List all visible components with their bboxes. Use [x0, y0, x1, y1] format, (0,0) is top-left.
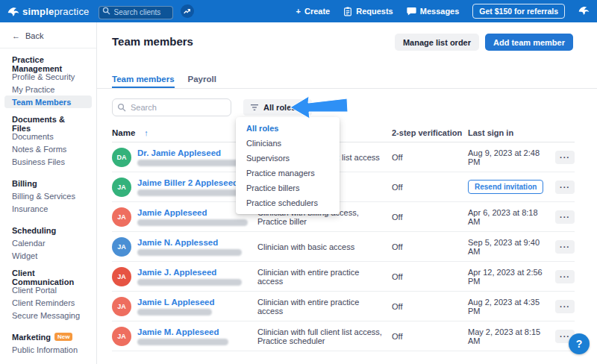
sidebar-section: Documents & FilesDocumentsNotes & FormsB… — [0, 117, 96, 168]
row-actions-button[interactable]: ··· — [555, 240, 575, 254]
avatar: JA — [112, 267, 131, 286]
sidebar-item-billing-services[interactable]: Billing & Services — [0, 189, 96, 202]
sidebar-item-calendar[interactable]: Calendar — [0, 236, 96, 249]
requests-button[interactable]: Requests — [343, 7, 393, 16]
messages-icon — [407, 7, 416, 16]
avatar: JA — [112, 178, 131, 197]
sidebar-item-widget[interactable]: Widget — [0, 249, 96, 262]
member-name-link[interactable]: Jamie N. Applessed — [137, 238, 242, 247]
sidebar-section: SchedulingCalendarWidget — [0, 224, 96, 262]
roles-dropdown-menu: All rolesCliniciansSupervisorsPractice m… — [236, 117, 340, 214]
redacted-email — [137, 189, 242, 196]
row-actions-button[interactable]: ··· — [555, 210, 575, 224]
sidebar-item-notes-forms[interactable]: Notes & Forms — [0, 142, 96, 155]
tab-bar: Team membersPayroll — [97, 75, 597, 89]
last-sign-in-column-header: Last sign in — [468, 128, 548, 137]
messages-button[interactable]: Messages — [407, 7, 460, 16]
client-search — [99, 4, 173, 18]
trend-icon — [183, 7, 191, 16]
member-info: Jamie N. Applessed — [137, 238, 242, 256]
table-row: JAJamie AppleseedClinician with billing … — [112, 202, 575, 232]
member-cell: JAJamie J. Appleseed — [112, 267, 257, 286]
row-actions-button[interactable]: ··· — [555, 181, 575, 194]
redacted-email — [137, 309, 212, 316]
sidebar-section: MarketingNewPublic Information — [0, 330, 96, 356]
member-info: Jaime Biller 2 Appleseed — [137, 178, 242, 196]
brand-logo[interactable]: simplepractice — [7, 6, 90, 17]
dropdown-item-practice-schedulers[interactable]: Practice schedulers — [236, 195, 340, 210]
create-button[interactable]: + Create — [296, 7, 331, 16]
analytics-button[interactable] — [181, 4, 194, 18]
sidebar-section-header: Client Communication — [0, 271, 96, 283]
tab-team-members[interactable]: Team members — [112, 75, 175, 88]
member-name-link[interactable]: Jaime Biller 2 Appleseed — [137, 178, 242, 187]
manage-list-order-button[interactable]: Manage list order — [395, 34, 479, 51]
last-sign-in: Aug 2, 2023 at 4:35 PM — [468, 298, 548, 316]
sidebar-item-secure-messaging[interactable]: Secure Messaging — [0, 309, 96, 321]
dropdown-item-practice-billers[interactable]: Practice billers — [236, 181, 340, 195]
referral-button[interactable]: Get $150 for referrals — [472, 4, 565, 19]
name-column-header[interactable]: Name — [112, 128, 135, 137]
back-button[interactable]: ← Back — [0, 22, 96, 48]
chevron-up-icon: ▲ — [300, 105, 305, 110]
member-role: Clinician with entire practice access — [257, 298, 392, 316]
verification-status: Off — [392, 302, 468, 311]
help-button[interactable]: ? — [569, 333, 590, 354]
add-team-member-button[interactable]: Add team member — [485, 34, 573, 51]
sidebar-item-business-files[interactable]: Business Files — [0, 155, 96, 168]
sidebar-item-insurance[interactable]: Insurance — [0, 202, 96, 215]
member-info: Dr. Jamie Appleseed — [137, 148, 242, 166]
row-actions-button[interactable]: ··· — [555, 151, 575, 164]
table-row: JAJaime Biller 2 AppleseedOffResend invi… — [112, 172, 575, 202]
sidebar-section-title: Scheduling — [12, 226, 56, 235]
member-name-link[interactable]: Dr. Jamie Appleseed — [137, 148, 242, 157]
sidebar-section-header: Documents & Files — [0, 117, 96, 130]
sidebar-item-my-practice[interactable]: My Practice — [0, 83, 96, 95]
member-name-link[interactable]: Jamie M. Appleseed — [137, 327, 228, 336]
tab-payroll[interactable]: Payroll — [188, 75, 216, 88]
sidebar-item-client-reminders[interactable]: Client Reminders — [0, 296, 96, 309]
sidebar-section-title: Practice Management — [12, 55, 84, 73]
brand-text: simplepractice — [22, 6, 90, 17]
dropdown-item-all-roles[interactable]: All roles — [236, 121, 340, 136]
member-name-link[interactable]: Jamie J. Appleseed — [137, 268, 242, 277]
mascot-bird-icon[interactable] — [578, 4, 590, 18]
last-sign-in: Aug 9, 2023 at 2:48 PM — [468, 148, 548, 166]
sort-ascending-icon[interactable]: ↑ — [144, 128, 149, 137]
resend-invitation-button[interactable]: Resend invitation — [468, 180, 543, 194]
redacted-email — [137, 219, 248, 226]
table-search — [112, 98, 231, 116]
redacted-email — [137, 249, 242, 256]
sidebar-section-title: Client Communication — [12, 269, 84, 286]
member-role: Clinician with basic access — [257, 242, 392, 251]
sidebar-sections: Practice ManagementProfile & SecurityMy … — [0, 57, 96, 356]
roles-filter-button[interactable]: All roles ▲ — [243, 99, 312, 116]
table-row: JAJamie J. AppleseedClinician with entir… — [112, 262, 575, 292]
sidebar-item-public-information[interactable]: Public Information — [0, 343, 96, 356]
sidebar-section: BillingBilling & ServicesInsurance — [0, 177, 96, 215]
search-team-input[interactable] — [112, 98, 231, 116]
row-actions-button[interactable]: ··· — [555, 270, 575, 283]
messages-label: Messages — [420, 7, 460, 16]
dropdown-item-practice-managers[interactable]: Practice managers — [236, 166, 340, 181]
member-role: Clinician with entire practice access — [257, 268, 392, 286]
dropdown-item-supervisors[interactable]: Supervisors — [236, 151, 340, 166]
main-content: Team members Manage list order Add team … — [97, 22, 597, 364]
dropdown-item-clinicians[interactable]: Clinicians — [236, 136, 340, 151]
member-name-link[interactable]: Jamie L Appleseed — [137, 298, 215, 307]
last-sign-in: Apr 6, 2023 at 8:18 AM — [468, 208, 548, 226]
sidebar-section: Client CommunicationClient PortalClient … — [0, 271, 96, 321]
requests-icon — [343, 7, 352, 16]
last-sign-in: Sep 5, 2023 at 9:40 AM — [468, 238, 548, 256]
back-arrow-icon: ← — [12, 31, 20, 40]
member-info: Jamie J. Appleseed — [137, 268, 242, 286]
row-actions-button[interactable]: ··· — [555, 300, 575, 313]
last-sign-in: Apr 12, 2023 at 2:56 PM — [468, 268, 548, 286]
member-name-link[interactable]: Jamie Appleseed — [137, 208, 248, 217]
verification-status: Off — [392, 272, 468, 281]
roles-filter-label: All roles — [263, 103, 296, 112]
table-row: JAJamie N. ApplessedClinician with basic… — [112, 232, 575, 262]
sidebar-item-team-members[interactable]: Team Members — [4, 95, 92, 108]
sidebar-section-title: Marketing — [12, 333, 51, 342]
member-info: Jamie M. Appleseed — [137, 327, 228, 345]
